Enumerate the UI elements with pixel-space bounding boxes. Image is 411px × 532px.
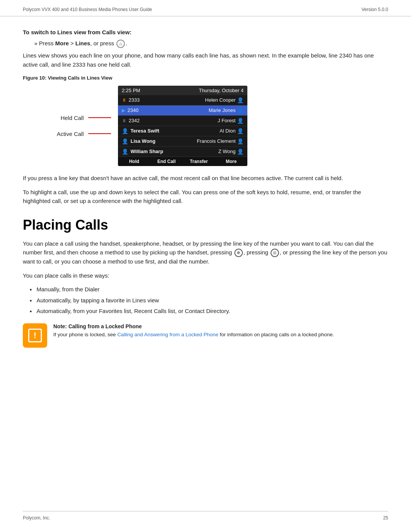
- row2-right: Marie Jones 👤: [209, 107, 244, 113]
- phone-row-5: 👤 Lisa Wong Francois Clement 👤: [118, 136, 247, 147]
- person-icon-6l: 👤: [122, 149, 128, 155]
- phone-row-2: ▶ 2340 Marie Jones 👤: [118, 105, 247, 116]
- bullet-item-2: Automatically, by tapping a favorite in …: [37, 296, 388, 305]
- row3-number: 2342: [129, 118, 140, 123]
- row4-number: Teresa Swift: [131, 128, 159, 134]
- footer-left: Polycom, Inc.: [23, 515, 50, 521]
- diagram-labels: Held Call Active Call: [53, 110, 111, 141]
- row6-left: 👤 William Sharp: [122, 149, 163, 155]
- phone-status-bar: 2:25 PM Thursday, October 4: [118, 86, 247, 95]
- person-icon-4r: 👤: [237, 128, 244, 134]
- home-icon: ⌂: [116, 40, 125, 48]
- row3-name: J Forest: [218, 118, 236, 123]
- note-content: Note: Calling from a Locked Phone If you…: [53, 323, 388, 339]
- note-text: If your phone is locked, see Calling and…: [53, 331, 388, 339]
- bullet-press: » Press More > Lines, or press ⌂.: [34, 40, 388, 48]
- row6-number: William Sharp: [131, 149, 163, 154]
- page-header: Polycom VVX 400 and 410 Business Media P…: [0, 0, 411, 16]
- row2-name: Marie Jones: [209, 107, 236, 113]
- person-icon-5r: 👤: [237, 138, 244, 144]
- switch-section: To switch to Lines view from Calls view:…: [23, 28, 388, 206]
- row2-number: 2340: [127, 107, 139, 113]
- placing-calls-para1: You can place a call using the handset, …: [23, 239, 388, 266]
- phone-diagram: Held Call Active Call 2:25 PM Thursday, …: [53, 86, 388, 166]
- row5-number: Lisa Wong: [131, 138, 155, 144]
- row2-left: ▶ 2340: [122, 107, 139, 113]
- page-footer: Polycom, Inc. 25: [23, 511, 388, 521]
- bullet-item-1: Manually, from the Dialer: [37, 285, 388, 294]
- row1-left: ⏸ 2333: [122, 97, 140, 103]
- person-icon-5l: 👤: [122, 138, 128, 144]
- note-title: Note: Calling from a Locked Phone: [53, 323, 388, 329]
- row5-name: Francois Clement: [197, 138, 236, 144]
- para3: To highlight a call, use the up and down…: [23, 188, 388, 206]
- placing-calls-para2: You can place calls in these ways:: [23, 271, 388, 280]
- person-icon-6r: 👤: [237, 149, 244, 155]
- phone-row-1: ⏸ 2333 Helen Cooper 👤: [118, 95, 247, 105]
- placing-calls-bullets: Manually, from the Dialer Automatically,…: [37, 285, 388, 316]
- held-call-label: Held Call: [53, 115, 84, 121]
- phone-time: 2:25 PM: [122, 88, 140, 93]
- active-label-row: Active Call: [53, 126, 111, 141]
- bullet-item-3: Automatically, from your Favorites list,…: [37, 307, 388, 316]
- row1-right: Helen Cooper 👤: [205, 97, 244, 103]
- placing-calls-title: Placing Calls: [23, 217, 388, 233]
- phone-row-3: ⏸ 2342 J Forest 👤: [118, 116, 247, 126]
- row5-left: 👤 Lisa Wong: [122, 138, 155, 144]
- header-right: Version 5.0.0: [362, 7, 388, 12]
- para2: If you press a line key that doesn't hav…: [23, 174, 388, 182]
- headset-icon: ⊕: [234, 249, 243, 257]
- placing-calls-section: Placing Calls You can place a call using…: [23, 217, 388, 348]
- row5-right: Francois Clement 👤: [197, 138, 244, 144]
- person-icon-2: 👤: [237, 107, 244, 113]
- active-icon-2: ▶: [122, 108, 125, 113]
- row3-right: J Forest 👤: [218, 118, 244, 124]
- person-icon-3: 👤: [237, 118, 244, 124]
- footer-right: 25: [383, 515, 388, 521]
- page-content: To switch to Lines view from Calls view:…: [0, 16, 411, 378]
- header-left: Polycom VVX 400 and 410 Business Media P…: [23, 7, 152, 12]
- para1: Lines view shows you each line on your p…: [23, 51, 388, 69]
- phone-row-6: 👤 William Sharp Z Wong 👤: [118, 147, 247, 157]
- row1-name: Helen Cooper: [205, 97, 236, 103]
- softkey-more: More: [215, 159, 247, 164]
- row6-name: Z Wong: [218, 149, 236, 154]
- speaker-icon: ◎: [271, 249, 279, 257]
- arrow-symbol: »: [34, 40, 37, 46]
- phone-date: Thursday, October 4: [199, 88, 244, 93]
- held-icon-1: ⏸: [122, 97, 126, 103]
- held-label-row: Held Call: [53, 110, 111, 125]
- row4-right: Al Dion 👤: [220, 128, 244, 134]
- phone-row-4: 👤 Teresa Swift Al Dion 👤: [118, 126, 247, 136]
- held-call-arrow: [88, 117, 111, 118]
- note-icon-inner: !: [28, 329, 42, 342]
- note-box: ! Note: Calling from a Locked Phone If y…: [23, 323, 388, 348]
- active-call-arrow: [88, 133, 111, 134]
- exclamation-icon: !: [33, 331, 36, 340]
- row6-right: Z Wong 👤: [218, 149, 244, 155]
- note-icon-wrapper: !: [23, 323, 47, 348]
- softkey-hold: Hold: [118, 159, 150, 164]
- hold-icon-3: ⏸: [122, 118, 126, 123]
- row4-left: 👤 Teresa Swift: [122, 128, 159, 134]
- switch-heading: To switch to Lines view from Calls view:: [23, 28, 388, 37]
- row1-number: 2333: [129, 97, 140, 103]
- person-icon-4l: 👤: [122, 128, 128, 134]
- figure-caption: Figure 10: Viewing Calls in Lines View: [23, 74, 388, 82]
- phone-screen: 2:25 PM Thursday, October 4 ⏸ 2333 Helen…: [118, 86, 247, 166]
- phone-softkeys: Hold End Call Transfer More: [118, 157, 247, 166]
- softkey-endcall: End Call: [150, 159, 183, 164]
- active-call-label: Active Call: [53, 131, 84, 137]
- row4-name: Al Dion: [220, 128, 236, 134]
- note-link[interactable]: Calling and Answering from a Locked Phon…: [117, 332, 218, 337]
- softkey-transfer: Transfer: [183, 159, 215, 164]
- row3-left: ⏸ 2342: [122, 118, 140, 123]
- person-icon-1: 👤: [237, 97, 244, 103]
